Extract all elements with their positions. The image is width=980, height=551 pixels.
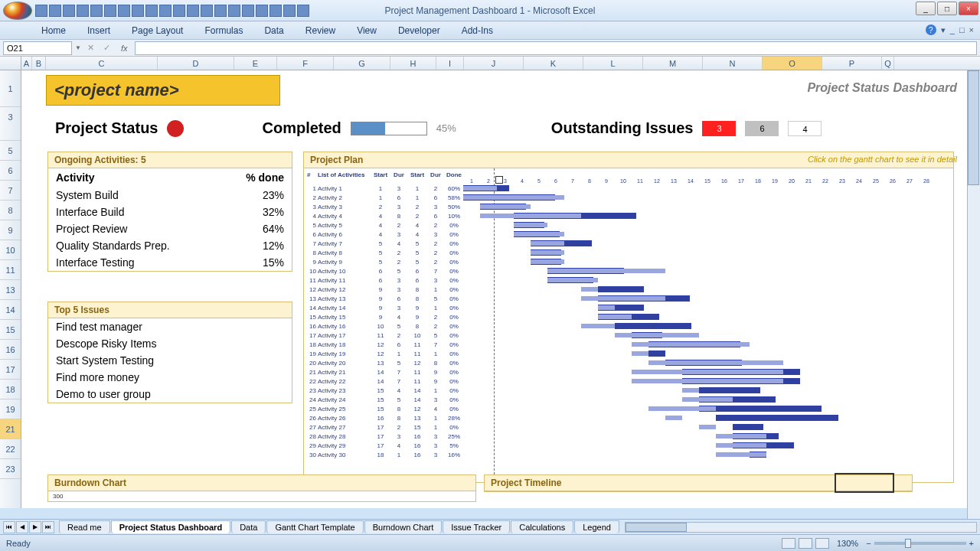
column-header-J[interactable]: J <box>464 57 524 70</box>
column-header-F[interactable]: F <box>277 57 334 70</box>
row-header-16[interactable]: 16 <box>0 340 21 360</box>
sheet-nav-prev[interactable]: ◀ <box>16 521 28 533</box>
name-box[interactable] <box>3 41 72 55</box>
column-header-N[interactable]: N <box>703 57 763 70</box>
fx-label[interactable]: fx <box>116 44 132 53</box>
sheet-nav-next[interactable]: ▶ <box>29 521 41 533</box>
ribbon-tab-add-ins[interactable]: Add-Ins <box>451 22 504 39</box>
row-header-6[interactable]: 6 <box>0 161 21 181</box>
row-header-3[interactable]: 3 <box>0 107 21 141</box>
row-header-18[interactable]: 18 <box>0 380 21 399</box>
column-header-E[interactable]: E <box>234 57 277 70</box>
column-header-P[interactable]: P <box>822 57 882 70</box>
sheet-tab-calculations[interactable]: Calculations <box>511 520 573 533</box>
row-header-7[interactable]: 7 <box>0 181 21 201</box>
row-header-21[interactable]: 21 <box>0 419 21 439</box>
sheet-tab-gantt-chart-template[interactable]: Gantt Chart Template <box>266 520 363 533</box>
column-header-K[interactable]: K <box>524 57 583 70</box>
row-header-11[interactable]: 11 <box>0 260 21 280</box>
cancel-icon[interactable]: ✕ <box>84 43 97 53</box>
qat-redo-icon[interactable] <box>63 5 75 17</box>
help-icon[interactable]: ? <box>926 24 936 35</box>
formula-input[interactable] <box>135 41 977 55</box>
qat-icon[interactable] <box>132 5 144 17</box>
enter-icon[interactable]: ✓ <box>100 43 113 53</box>
row-header-5[interactable]: 5 <box>0 141 21 161</box>
sheet-tab-data[interactable]: Data <box>231 520 266 533</box>
minimize-button[interactable]: _ <box>916 2 936 15</box>
vertical-scrollbar[interactable] <box>967 70 980 519</box>
project-plan-panel[interactable]: Project Plan # List of Activities Start … <box>303 152 954 483</box>
dropdown-icon[interactable]: ▼ <box>75 44 81 51</box>
qat-icon[interactable] <box>159 5 172 17</box>
qat-icon[interactable] <box>187 5 199 17</box>
column-header-D[interactable]: D <box>158 57 234 70</box>
qat-icon[interactable] <box>77 5 89 17</box>
row-header-8[interactable]: 8 <box>0 201 21 220</box>
sheet-nav-first[interactable]: ⏮ <box>3 521 15 533</box>
column-header-M[interactable]: M <box>643 57 703 70</box>
row-header-10[interactable]: 10 <box>0 240 21 260</box>
qat-icon[interactable] <box>228 5 240 17</box>
column-header-G[interactable]: G <box>334 57 390 70</box>
hscroll-thumb[interactable] <box>626 523 687 532</box>
horizontal-scrollbar[interactable] <box>625 522 977 533</box>
column-header-L[interactable]: L <box>583 57 643 70</box>
view-pagebreak-icon[interactable] <box>815 538 829 549</box>
column-header-C[interactable]: C <box>46 57 158 70</box>
zoom-slider[interactable] <box>874 542 966 545</box>
row-header-1[interactable]: 1 <box>0 70 21 107</box>
qat-icon[interactable] <box>297 5 309 17</box>
sheet-tab-burndown-chart[interactable]: Burndown Chart <box>364 520 443 533</box>
row-header-9[interactable]: 9 <box>0 220 21 240</box>
zoom-in-icon[interactable]: + <box>969 539 974 548</box>
qat-icon[interactable] <box>256 5 268 17</box>
column-header-Q[interactable]: Q <box>882 57 894 70</box>
view-normal-icon[interactable] <box>782 538 795 549</box>
ribbon-tab-home[interactable]: Home <box>31 22 77 39</box>
sheet-nav-last[interactable]: ⏭ <box>42 521 54 533</box>
ribbon-tab-developer[interactable]: Developer <box>387 22 451 39</box>
row-header-19[interactable]: 19 <box>0 399 21 419</box>
qat-icon[interactable] <box>283 5 296 17</box>
row-header-15[interactable]: 15 <box>0 320 21 340</box>
ribbon-tab-review[interactable]: Review <box>295 22 346 39</box>
select-all-corner[interactable] <box>0 57 21 70</box>
ribbon-tab-page-layout[interactable]: Page Layout <box>121 22 194 39</box>
qat-undo-icon[interactable] <box>49 5 61 17</box>
vscroll-thumb[interactable] <box>968 70 979 185</box>
sheet-tab-issue-tracker[interactable]: Issue Tracker <box>443 520 510 533</box>
ribbon-tab-view[interactable]: View <box>346 22 387 39</box>
qat-icon[interactable] <box>118 5 130 17</box>
sheet-tab-legend[interactable]: Legend <box>574 520 619 533</box>
row-header-17[interactable]: 17 <box>0 360 21 380</box>
column-header-A[interactable]: A <box>21 57 32 70</box>
close-button[interactable]: × <box>959 2 978 15</box>
row-header-14[interactable]: 14 <box>0 300 21 320</box>
ribbon-tab-data[interactable]: Data <box>253 22 294 39</box>
column-header-O[interactable]: O <box>763 57 822 70</box>
doc-close-icon[interactable]: × <box>969 25 974 34</box>
zoom-thumb[interactable] <box>905 539 911 548</box>
qat-icon[interactable] <box>201 5 213 17</box>
ribbon-tab-formulas[interactable]: Formulas <box>194 22 253 39</box>
zoom-out-icon[interactable]: − <box>866 539 871 548</box>
ribbon-minimize-icon[interactable]: ▾ <box>941 25 946 35</box>
qat-icon[interactable] <box>214 5 227 17</box>
row-header-22[interactable]: 22 <box>0 439 21 459</box>
qat-icon[interactable] <box>104 5 116 17</box>
row-header-13[interactable]: 13 <box>0 280 21 300</box>
gantt-chart[interactable]: # List of Activities Start Dur Start Dur… <box>304 168 953 482</box>
maximize-button[interactable]: □ <box>937 2 957 15</box>
project-name-cell[interactable]: <project name> <box>46 75 280 106</box>
doc-restore-icon[interactable]: □ <box>959 25 965 34</box>
qat-icon[interactable] <box>270 5 282 17</box>
zoom-level[interactable]: 130% <box>837 539 858 548</box>
view-layout-icon[interactable] <box>799 538 812 549</box>
qat-icon[interactable] <box>242 5 254 17</box>
qat-icon[interactable] <box>145 5 158 17</box>
row-header-23[interactable]: 23 <box>0 459 21 479</box>
qat-save-icon[interactable] <box>35 5 47 17</box>
qat-icon[interactable] <box>90 5 103 17</box>
doc-minimize-icon[interactable]: _ <box>950 25 955 34</box>
